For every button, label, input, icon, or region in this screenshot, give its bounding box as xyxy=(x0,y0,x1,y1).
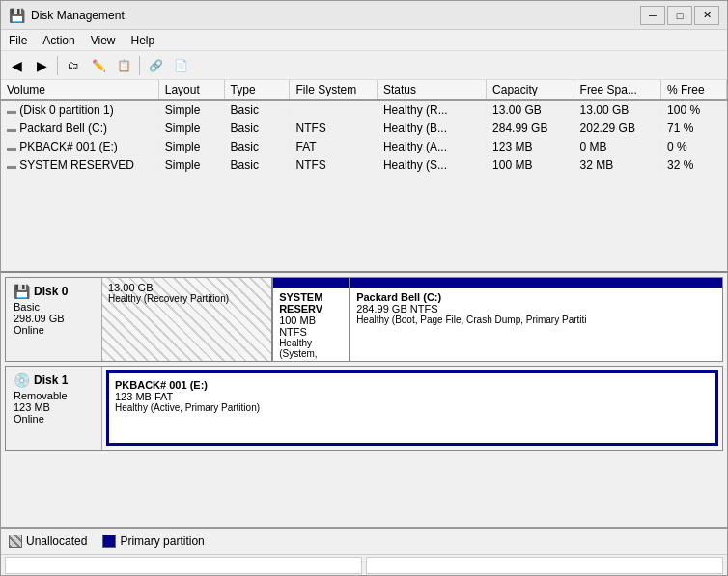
table-row[interactable]: ▬ PKBACK# 001 (E:) Simple Basic FAT Heal… xyxy=(1,138,727,156)
cell-status-0: Healthy (R... xyxy=(377,100,486,120)
disk-1-label: 💿 Disk 1 Removable 123 MB Online xyxy=(6,367,102,450)
cell-layout-2: Simple xyxy=(158,138,224,156)
app-icon: 💾 xyxy=(9,8,25,23)
table-area[interactable]: Volume Layout Type File System Status Ca… xyxy=(1,80,727,273)
toolbar-btn-3[interactable]: 🗂 xyxy=(62,54,85,77)
cell-volume-3: ▬ SYSTEM RESERVED xyxy=(1,156,158,175)
menu-view[interactable]: View xyxy=(83,32,124,49)
menu-bar: File Action View Help xyxy=(1,30,727,51)
menu-action[interactable]: Action xyxy=(35,32,82,49)
legend-unallocated: Unallocated xyxy=(9,535,87,548)
table-row[interactable]: ▬ SYSTEM RESERVED Simple Basic NTFS Heal… xyxy=(1,156,727,175)
cell-status-2: Healthy (A... xyxy=(377,138,486,156)
partition-0-1-status: Healthy (System, xyxy=(279,338,343,359)
table-row[interactable]: ▬ Packard Bell (C:) Simple Basic NTFS He… xyxy=(1,120,727,138)
toolbar-sep-1 xyxy=(57,56,58,75)
disk-1-partitions: PKBACK# 001 (E:) 123 MB FAT Healthy (Act… xyxy=(102,367,722,450)
status-panel-2 xyxy=(366,557,723,574)
partition-1-0-size: 123 MB FAT xyxy=(115,391,710,402)
disk-1-size: 123 MB xyxy=(14,401,94,413)
cell-fs-2: FAT xyxy=(290,138,377,156)
toolbar: ◀ ▶ 🗂 ✏️ 📋 🔗 📄 xyxy=(1,51,727,80)
disk-1-status: Online xyxy=(14,413,94,425)
back-button[interactable]: ◀ xyxy=(5,54,28,77)
status-panel-1 xyxy=(5,557,362,574)
toolbar-btn-4[interactable]: ✏️ xyxy=(87,54,110,77)
cell-pct-2: 0 % xyxy=(661,138,727,156)
toolbar-btn-5[interactable]: 📋 xyxy=(112,54,135,77)
partition-1-0-status: Healthy (Active, Primary Partition) xyxy=(115,402,710,413)
col-freespace: Free Spa... xyxy=(574,80,660,100)
title-left: 💾 Disk Management xyxy=(9,8,125,23)
legend-box-unallocated xyxy=(9,535,22,548)
cell-status-1: Healthy (B... xyxy=(377,120,486,138)
col-volume: Volume xyxy=(1,80,158,100)
legend-primary: Primary partition xyxy=(102,535,204,548)
forward-button[interactable]: ▶ xyxy=(30,54,53,77)
main-window: 💾 Disk Management ─ □ ✕ File Action View… xyxy=(0,0,728,576)
partition-0-2-size: 284.99 GB NTFS xyxy=(356,303,716,315)
disk-0-row: 💾 Disk 0 Basic 298.09 GB Online 13.00 GB… xyxy=(5,277,723,362)
cell-fs-0 xyxy=(290,100,377,120)
col-type: Type xyxy=(224,80,290,100)
cell-capacity-1: 284.99 GB xyxy=(487,120,574,138)
cell-volume-2: ▬ PKBACK# 001 (E:) xyxy=(1,138,158,156)
cell-type-3: Basic xyxy=(224,156,290,175)
toolbar-btn-6[interactable]: 🔗 xyxy=(144,54,167,77)
partition-0-1[interactable]: SYSTEM RESERV 100 MB NTFS Healthy (Syste… xyxy=(273,278,350,361)
partition-0-0[interactable]: 13.00 GB Healthy (Recovery Partition) xyxy=(102,278,273,361)
menu-file[interactable]: File xyxy=(1,32,35,49)
toolbar-sep-2 xyxy=(139,56,140,75)
cell-type-0: Basic xyxy=(224,100,290,120)
cell-pct-1: 71 % xyxy=(661,120,727,138)
cell-capacity-0: 13.00 GB xyxy=(487,100,574,120)
cell-capacity-3: 100 MB xyxy=(487,156,574,175)
main-content: Volume Layout Type File System Status Ca… xyxy=(1,80,727,554)
disk-0-status: Online xyxy=(14,324,94,336)
cell-layout-3: Simple xyxy=(158,156,224,175)
disk-1-name: Disk 1 xyxy=(34,373,68,387)
disk-0-type: Basic xyxy=(14,301,94,313)
cell-type-2: Basic xyxy=(224,138,290,156)
disk-0-partitions: 13.00 GB Healthy (Recovery Partition) SY… xyxy=(102,278,722,361)
legend-bar: Unallocated Primary partition xyxy=(1,527,727,554)
cell-type-1: Basic xyxy=(224,120,290,138)
cell-pct-3: 32 % xyxy=(661,156,727,175)
disk-0-label: 💾 Disk 0 Basic 298.09 GB Online xyxy=(6,278,102,361)
partition-0-2[interactable]: Packard Bell (C:) 284.99 GB NTFS Healthy… xyxy=(350,278,722,361)
col-status: Status xyxy=(377,80,486,100)
partition-0-1-name: SYSTEM RESERV xyxy=(279,291,343,315)
cell-layout-0: Simple xyxy=(158,100,224,120)
close-button[interactable]: ✕ xyxy=(694,6,719,25)
disk-0-size: 298.09 GB xyxy=(14,313,94,324)
volumes-table: Volume Layout Type File System Status Ca… xyxy=(1,80,727,175)
disk-visual-area: 💾 Disk 0 Basic 298.09 GB Online 13.00 GB… xyxy=(1,273,727,527)
cell-fs-1: NTFS xyxy=(290,120,377,138)
disk-icon-0: 💾 xyxy=(14,284,30,299)
cell-free-1: 202.29 GB xyxy=(574,120,660,138)
minimize-button[interactable]: ─ xyxy=(640,6,665,25)
legend-label-primary: Primary partition xyxy=(120,535,204,548)
cell-free-2: 0 MB xyxy=(574,138,660,156)
partition-0-0-status: Healthy (Recovery Partition) xyxy=(108,293,266,304)
menu-help[interactable]: Help xyxy=(124,32,163,49)
cell-volume-0: ▬ (Disk 0 partition 1) xyxy=(1,100,158,120)
col-layout: Layout xyxy=(158,80,224,100)
legend-label-unallocated: Unallocated xyxy=(26,535,87,548)
partition-1-0[interactable]: PKBACK# 001 (E:) 123 MB FAT Healthy (Act… xyxy=(106,370,718,446)
maximize-button[interactable]: □ xyxy=(667,6,692,25)
disk-0-name: Disk 0 xyxy=(34,285,68,298)
col-capacity: Capacity xyxy=(487,80,574,100)
cell-layout-1: Simple xyxy=(158,120,224,138)
disk-1-type: Removable xyxy=(14,390,94,401)
title-controls: ─ □ ✕ xyxy=(640,6,719,25)
partition-0-0-size: 13.00 GB xyxy=(108,282,266,293)
cell-status-3: Healthy (S... xyxy=(377,156,486,175)
toolbar-btn-7[interactable]: 📄 xyxy=(169,54,192,77)
partition-1-0-name: PKBACK# 001 (E:) xyxy=(115,379,710,391)
table-header-row: Volume Layout Type File System Status Ca… xyxy=(1,80,727,100)
partition-0-2-status: Healthy (Boot, Page File, Crash Dump, Pr… xyxy=(356,315,716,325)
cell-volume-1: ▬ Packard Bell (C:) xyxy=(1,120,158,138)
table-row[interactable]: ▬ (Disk 0 partition 1) Simple Basic Heal… xyxy=(1,100,727,120)
status-bar xyxy=(1,554,727,575)
